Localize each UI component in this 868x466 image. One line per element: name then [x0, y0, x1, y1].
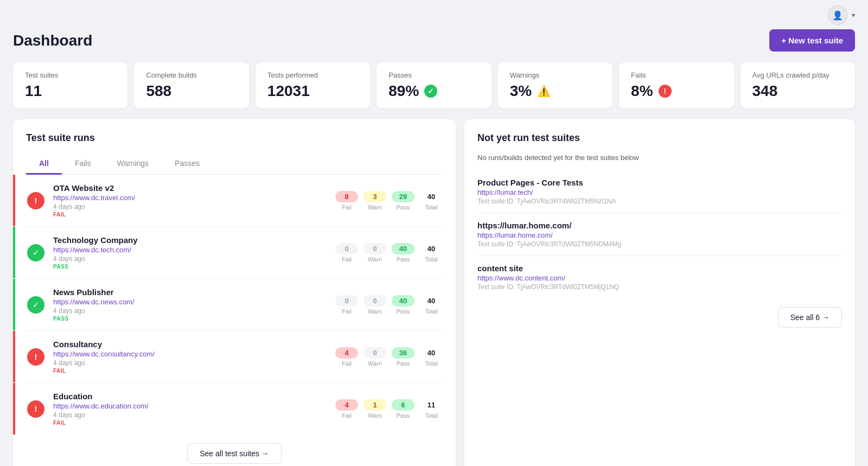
- list-item[interactable]: Product Pages - Core Tests https://lumar…: [477, 170, 842, 213]
- suite-info: News Publisher https://www.dc.news.com/ …: [53, 288, 329, 322]
- total-label: Total: [425, 204, 437, 210]
- status-bar: [13, 175, 15, 226]
- suite-name: Technology Company: [53, 235, 329, 245]
- fail-badge-group: 4 Fail: [335, 399, 358, 419]
- not-yet-description: No runs/builds detected yet for the test…: [477, 154, 842, 162]
- see-all-6-button[interactable]: See all 6 →: [778, 307, 842, 328]
- warn-badge: 1: [363, 399, 386, 411]
- suite-status-label: FAIL: [53, 212, 329, 218]
- pass-badge: 36: [392, 347, 414, 359]
- fail-badge: 0: [335, 243, 358, 254]
- suite-status-label: PASS: [53, 316, 329, 322]
- warn-badge-group: 0 Warn: [363, 295, 386, 315]
- suite-icon: ✓: [26, 243, 46, 263]
- suite-badges: 4 Fail 1 Warn 6 Pass 11 Total: [335, 399, 443, 419]
- pass-badge: 6: [392, 399, 414, 411]
- pass-label: Pass: [397, 412, 410, 419]
- not-yet-url[interactable]: https://www.dc.content.com/: [477, 274, 842, 282]
- total-label: Total: [425, 256, 437, 263]
- suite-url[interactable]: https://www.dc.consultancy.com/: [53, 350, 329, 358]
- list-item[interactable]: https://lumar.home.com/ https://lumar.ho…: [477, 213, 842, 256]
- tabs: AllFailsWarningsPasses: [26, 154, 443, 175]
- fail-badge: 4: [335, 347, 358, 359]
- pass-badge: 29: [392, 191, 414, 202]
- list-item[interactable]: content site https://www.dc.content.com/…: [477, 256, 842, 298]
- suite-icon: ✓: [26, 295, 46, 315]
- new-test-suite-button[interactable]: + New test suite: [769, 29, 855, 52]
- total-label: Total: [425, 412, 437, 419]
- suite-status-label: PASS: [53, 264, 329, 270]
- suite-info: Education https://www.dc.education.com/ …: [53, 392, 329, 426]
- suite-url[interactable]: https://www.dc.news.com/: [53, 298, 329, 306]
- table-row[interactable]: ! OTA Website v2 https://www.dc.travel.c…: [26, 175, 443, 227]
- suite-url[interactable]: https://www.dc.travel.com/: [53, 194, 329, 202]
- stat-card-2: Tests performed 12031: [256, 62, 370, 108]
- pass-badge: 40: [392, 243, 414, 254]
- total-badge: 11: [420, 399, 443, 411]
- fail-icon: !: [659, 85, 672, 98]
- warn-label: Warn: [368, 360, 382, 367]
- total-badge: 40: [420, 243, 443, 254]
- stat-card-1: Complete builds 588: [134, 62, 248, 108]
- fail-status-icon: !: [27, 348, 44, 366]
- pass-badge: 40: [392, 295, 414, 307]
- not-yet-id: Test suite ID: TjAwOVRlc3RTdWl0ZTM5Nzl1N…: [477, 197, 842, 205]
- stat-value: 12031: [267, 82, 358, 100]
- suite-meta: 4 days ago: [53, 411, 329, 419]
- warn-badge: 0: [363, 295, 386, 307]
- pass-label: Pass: [397, 308, 410, 315]
- warn-badge-group: 0 Warn: [363, 347, 386, 367]
- suite-status-label: FAIL: [53, 368, 329, 374]
- stat-label: Avg URLs crawled p/day: [752, 71, 843, 79]
- stat-value: 89%✓: [388, 82, 479, 100]
- tab-fails[interactable]: Fails: [62, 154, 104, 175]
- fail-badge-group: 4 Fail: [335, 347, 358, 367]
- status-bar: [13, 331, 15, 382]
- total-badge-group: 11 Total: [420, 399, 443, 419]
- pass-badge-group: 36 Pass: [392, 347, 414, 367]
- suite-status-label: FAIL: [53, 420, 329, 426]
- stat-value: 348: [752, 82, 843, 100]
- table-row[interactable]: ! Consultancy https://www.dc.consultancy…: [26, 331, 443, 383]
- stat-card-3: Passes 89%✓: [376, 62, 491, 108]
- chevron-down-icon[interactable]: ▾: [852, 11, 855, 19]
- not-yet-id: Test suite ID: TjAwOVRlc3RTdWl0ZTM5MjQ1N…: [477, 283, 842, 291]
- stat-value: 11: [25, 82, 116, 100]
- suite-badges: 8 Fail 3 Warn 29 Pass 40 Total: [335, 191, 443, 210]
- stat-label: Complete builds: [146, 71, 237, 79]
- not-yet-name: Product Pages - Core Tests: [477, 178, 842, 187]
- page-title: Dashboard: [13, 32, 92, 49]
- pass-label: Pass: [397, 204, 410, 210]
- table-row[interactable]: ✓ News Publisher https://www.dc.news.com…: [26, 279, 443, 331]
- fail-label: Fail: [342, 412, 352, 419]
- fail-status-icon: !: [27, 192, 44, 209]
- fail-badge-group: 8 Fail: [335, 191, 358, 210]
- pass-label: Pass: [397, 256, 410, 263]
- table-row[interactable]: ! Education https://www.dc.education.com…: [26, 383, 443, 435]
- suite-info: OTA Website v2 https://www.dc.travel.com…: [53, 183, 329, 218]
- total-badge-group: 40 Total: [420, 243, 443, 263]
- stat-label: Warnings: [510, 71, 601, 79]
- fail-label: Fail: [342, 256, 352, 263]
- stat-card-5: Fails 8%!: [619, 62, 733, 108]
- tab-all[interactable]: All: [26, 154, 62, 175]
- avatar-button[interactable]: 👤: [828, 5, 847, 25]
- tab-warnings[interactable]: Warnings: [104, 154, 162, 175]
- see-all-suites-button[interactable]: See all test suites →: [187, 443, 282, 464]
- stat-label: Fails: [631, 71, 722, 79]
- pass-badge-group: 6 Pass: [392, 399, 414, 419]
- warn-label: Warn: [368, 412, 382, 419]
- total-badge-group: 40 Total: [420, 295, 443, 315]
- not-yet-url[interactable]: https://lumar.tech/: [477, 188, 842, 196]
- tab-passes[interactable]: Passes: [162, 154, 213, 175]
- total-badge: 40: [420, 347, 443, 359]
- warn-badge: 0: [363, 347, 386, 359]
- suite-meta: 4 days ago: [53, 307, 329, 315]
- suite-info: Consultancy https://www.dc.consultancy.c…: [53, 340, 329, 374]
- not-yet-url[interactable]: https://lumar.home.com/: [477, 231, 842, 239]
- suite-url[interactable]: https://www.dc.tech.com/: [53, 246, 329, 254]
- suite-url[interactable]: https://www.dc.education.com/: [53, 402, 329, 410]
- suite-badges: 0 Fail 0 Warn 40 Pass 40 Total: [335, 295, 443, 315]
- fail-badge-group: 0 Fail: [335, 295, 358, 315]
- table-row[interactable]: ✓ Technology Company https://www.dc.tech…: [26, 227, 443, 279]
